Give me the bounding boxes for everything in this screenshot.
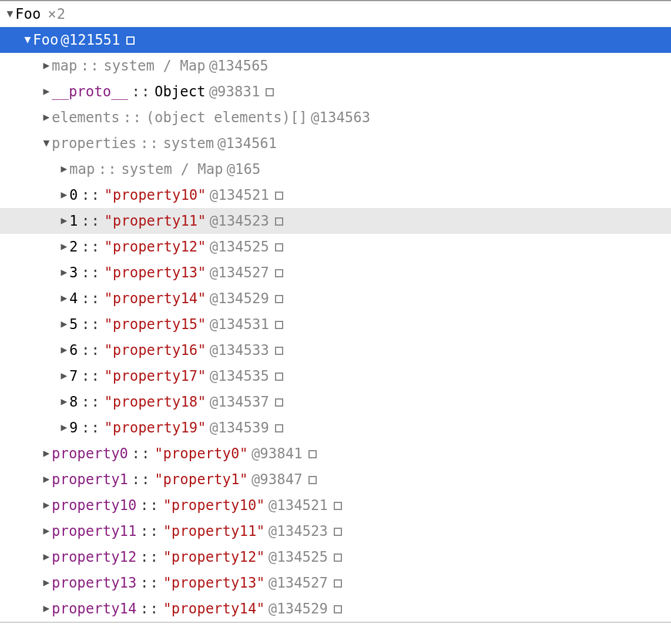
index-addr: @134527 [210, 264, 269, 281]
property-index-row[interactable]: 4::"property14"@134529 [0, 286, 671, 311]
child-val: Object [155, 83, 206, 100]
expand-icon[interactable] [41, 577, 52, 588]
expand-icon[interactable] [59, 318, 69, 329]
expand-icon[interactable] [59, 293, 69, 303]
named-key: property14 [52, 601, 137, 617]
expand-icon[interactable] [5, 8, 15, 19]
expand-icon[interactable] [59, 215, 69, 226]
index-val: "property18" [104, 394, 206, 410]
retainer-icon[interactable] [275, 243, 283, 251]
index-val: "property13" [104, 264, 206, 281]
property-index-row[interactable]: 1::"property11"@134523 [0, 208, 671, 234]
expand-icon[interactable] [41, 603, 52, 613]
retainer-icon[interactable] [275, 269, 283, 277]
retainer-icon[interactable] [275, 295, 283, 303]
named-val: "property12" [163, 549, 264, 565]
retainer-icon[interactable] [308, 450, 317, 458]
retainer-icon[interactable] [275, 192, 283, 200]
expand-icon[interactable] [41, 448, 52, 458]
prop-addr: @165 [227, 161, 261, 177]
object-name: Foo [33, 32, 58, 48]
retainer-icon[interactable] [308, 476, 317, 484]
expand-icon[interactable] [41, 525, 52, 536]
named-val: "property11" [163, 523, 264, 539]
group-header[interactable]: Foo ×2 [0, 1, 671, 27]
retainer-icon[interactable] [275, 373, 283, 381]
named-property-row[interactable]: property13::"property13"@134527 [0, 570, 671, 596]
retainer-icon[interactable] [275, 424, 283, 432]
expand-icon[interactable] [41, 60, 52, 71]
separator: :: [81, 213, 100, 229]
separator: :: [140, 497, 160, 514]
named-addr: @134521 [269, 497, 328, 514]
retainer-icon[interactable] [275, 217, 283, 226]
property-index-row[interactable]: 8::"property18"@134537 [0, 389, 671, 415]
named-key: property12 [52, 549, 137, 565]
expand-icon[interactable] [59, 344, 69, 355]
expand-icon[interactable] [59, 163, 69, 174]
expand-icon[interactable] [59, 396, 69, 407]
property-index-row[interactable]: 3::"property13"@134527 [0, 260, 671, 286]
child-row[interactable]: elements::(object elements)[]@134563 [0, 105, 671, 130]
index-val: "property17" [104, 368, 206, 384]
expand-icon[interactable] [22, 34, 33, 45]
retainer-icon[interactable] [334, 605, 342, 613]
properties-row[interactable]: properties :: system @134561 [0, 130, 671, 156]
retainer-icon[interactable] [334, 502, 342, 510]
index-addr: @134529 [210, 290, 269, 307]
index-key: 0 [69, 187, 78, 203]
named-key: property1 [52, 471, 128, 488]
separator: :: [81, 239, 100, 255]
expand-icon[interactable] [41, 474, 52, 484]
child-row[interactable]: __proto__::Object@93831 [0, 79, 671, 105]
retainer-icon[interactable] [334, 554, 342, 562]
expand-icon[interactable] [59, 370, 69, 381]
retainer-icon[interactable] [334, 579, 342, 588]
object-row-selected[interactable]: Foo @121551 [0, 27, 671, 53]
named-property-row[interactable]: property0::"property0"@93841 [0, 441, 671, 467]
named-property-row[interactable]: property10::"property10"@134521 [0, 492, 671, 518]
retainer-icon[interactable] [275, 398, 283, 407]
retainer-icon[interactable] [126, 36, 135, 45]
property-index-row[interactable]: 9::"property19"@134539 [0, 415, 671, 441]
expand-icon[interactable] [41, 499, 52, 510]
retainer-icon[interactable] [275, 321, 283, 329]
expand-icon[interactable] [41, 86, 52, 96]
separator: :: [80, 58, 100, 74]
prop-val: system / Map [121, 161, 223, 177]
expand-icon[interactable] [59, 422, 69, 432]
property-index-row[interactable]: 2::"property12"@134525 [0, 234, 671, 260]
index-addr: @134535 [210, 368, 269, 384]
named-val: "property10" [163, 497, 264, 514]
expand-icon[interactable] [41, 551, 52, 562]
named-val: "property14" [163, 601, 264, 617]
expand-icon[interactable] [41, 112, 52, 122]
property-index-row[interactable]: 7::"property17"@134535 [0, 363, 671, 389]
properties-map-row[interactable]: map :: system / Map @165 [0, 156, 671, 182]
separator: :: [132, 471, 151, 488]
index-addr: @134525 [210, 239, 269, 255]
child-row[interactable]: map::system / Map@134565 [0, 53, 671, 79]
retainer-icon[interactable] [266, 88, 274, 96]
named-key: property10 [52, 497, 137, 514]
index-addr: @134521 [210, 187, 269, 203]
separator: :: [140, 549, 160, 565]
property-index-row[interactable]: 0::"property10"@134521 [0, 182, 671, 208]
named-addr: @93841 [251, 445, 303, 462]
index-key: 3 [69, 264, 78, 281]
named-property-row[interactable]: property12::"property12"@134525 [0, 544, 671, 570]
property-index-row[interactable]: 5::"property15"@134531 [0, 311, 671, 337]
retainer-icon[interactable] [275, 347, 283, 355]
named-val: "property1" [155, 471, 248, 488]
expand-icon[interactable] [59, 267, 69, 277]
named-property-row[interactable]: property11::"property11"@134523 [0, 518, 671, 544]
separator: :: [140, 135, 160, 152]
expand-icon[interactable] [59, 241, 69, 251]
retainer-icon[interactable] [334, 528, 342, 536]
named-property-row[interactable]: property14::"property14"@134529 [0, 596, 671, 622]
child-key: elements [52, 109, 120, 126]
expand-icon[interactable] [41, 137, 52, 148]
expand-icon[interactable] [59, 189, 69, 200]
property-index-row[interactable]: 6::"property16"@134533 [0, 337, 671, 363]
named-property-row[interactable]: property1::"property1"@93847 [0, 467, 671, 492]
